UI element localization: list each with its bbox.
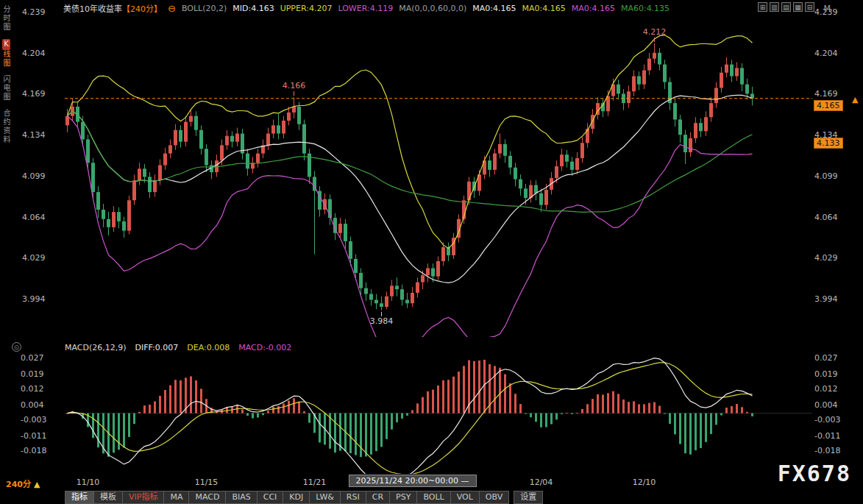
toolbar-tab[interactable]: LW& <box>310 491 341 504</box>
price-axis-label-left: 3.994 <box>22 294 46 303</box>
toolbar-tab[interactable]: KDJ <box>283 491 310 504</box>
price-axis-label-left: 4.204 <box>22 48 46 57</box>
ma-value: MA0:4.165 <box>572 4 615 13</box>
toolbar-tab[interactable]: 指标 <box>65 491 94 504</box>
toolbar-tab[interactable]: BOLL <box>417 491 450 504</box>
toolbar-tab[interactable]: RSI <box>341 491 366 504</box>
macd-axis-label-right: 0.012 <box>814 384 838 394</box>
toolbar-tab[interactable]: CCI <box>258 491 284 504</box>
macd-axis-label-right: 0.027 <box>814 353 838 363</box>
price-axis-label-left: 4.064 <box>22 212 46 221</box>
macd-axis-label-right: -0.011 <box>814 431 840 441</box>
boll-lower-value: LOWER:4.119 <box>338 4 393 13</box>
ma-params-label: MA(0,0,0,60,0,0) <box>399 4 466 13</box>
macd-axis-label-left: 0.027 <box>21 353 44 363</box>
watermark: FX678 <box>778 461 851 486</box>
macd-axis-label-right: -0.003 <box>814 415 840 425</box>
price-annotation: 4.166 <box>283 81 306 90</box>
boll-mid-value: MID:4.163 <box>232 4 274 13</box>
toolbar-tab[interactable]: CR <box>366 491 390 504</box>
x-axis-label: 12/04 <box>530 478 553 487</box>
current-period-indicator: 240分▲ <box>6 478 40 489</box>
macd-axis-label-left: -0.011 <box>21 431 46 441</box>
price-axis-label-left: 4.099 <box>22 171 46 180</box>
chart-overlay-layer: 4.2394.2394.2044.2044.1694.1694.1344.134… <box>0 0 863 504</box>
sidebar-item-tab[interactable]: 分时图 <box>1 5 12 32</box>
macd-axis-label-right: 0.004 <box>814 400 838 410</box>
price-axis-label-right: 4.029 <box>814 253 838 263</box>
macd-axis-label-left: 0.019 <box>21 369 44 379</box>
price-axis-label-left: 4.029 <box>22 253 46 263</box>
macd-axis-label-right: 0.019 <box>814 369 838 379</box>
toolbar-tab[interactable]: BIAS <box>226 491 257 504</box>
sidebar-item-tab[interactable]: 合约资料 <box>1 109 12 144</box>
left-sidebar: 分时图K线图闪电图合约资料 <box>0 1 13 148</box>
price-axis-label-left: 4.239 <box>22 7 46 17</box>
price-axis-label-right: 4.169 <box>814 89 838 99</box>
x-axis-label: 12/10 <box>633 478 656 487</box>
secondary-price-tag: 4.133 <box>814 138 843 149</box>
macd-params-label: MACD(26,12,9) <box>65 343 127 352</box>
toolbar-tab[interactable]: MA <box>164 491 189 504</box>
sidebar-item-kline-active[interactable]: K线图 <box>1 39 12 68</box>
macd-diff-value: DIFF:0.007 <box>135 343 179 352</box>
chart-title: 美债10年收益率 <box>63 2 122 14</box>
x-axis-label: 11/15 <box>195 478 219 487</box>
zoom-out-icon[interactable]: ⊖ <box>168 3 176 14</box>
sidebar-item-tab[interactable]: 闪电图 <box>1 75 12 102</box>
period-up-arrow-icon: ▲ <box>34 480 40 489</box>
macd-dea-value: DEA:0.008 <box>187 343 230 352</box>
price-annotation: 3.984 <box>370 316 394 326</box>
toolbar-tab[interactable]: MACD <box>189 491 226 504</box>
period-tag: 【240分】 <box>122 2 162 14</box>
line-chart-icon[interactable]: ▤ <box>781 2 791 12</box>
macd-axis-label-left: 0.012 <box>21 384 44 394</box>
candlestick-panel-icon[interactable]: ▦ <box>793 2 803 12</box>
price-axis-label-left: 4.169 <box>22 89 46 99</box>
boll-params-label: BOLL(20,2) <box>182 4 227 13</box>
bar-chart-icon[interactable]: ▥ <box>770 2 779 12</box>
macd-axis-label-right: -0.018 <box>814 446 840 455</box>
k-badge: K <box>2 39 10 50</box>
collapse-panel-icon[interactable]: ⊟ <box>805 2 814 12</box>
add-panel-icon[interactable]: ⊞ <box>758 2 767 12</box>
price-marker-arrow[interactable]: ▲ <box>852 95 858 104</box>
ma-values: MA0:4.165MA0:4.165MA0:4.165MA60:4.135 <box>472 4 670 13</box>
ma-value: MA60:4.135 <box>621 4 670 13</box>
macd-axis-label-left: -0.018 <box>21 446 46 455</box>
toolbar-tab[interactable]: VOL <box>451 491 480 504</box>
price-axis-label-left: 4.134 <box>22 130 46 140</box>
ma-value: MA0:4.165 <box>522 4 565 13</box>
toolbar-tab[interactable]: 模板 <box>94 491 123 504</box>
macd-header: MACD(26,12,9) DIFF:0.007 DEA:0.008 MACD:… <box>65 343 291 352</box>
window-controls: ⊞▥▤▦⊟ <box>758 2 814 12</box>
macd-macd-value: MACD:-0.002 <box>238 343 291 352</box>
x-axis-label: 11/10 <box>77 478 100 487</box>
price-axis-label-right: 4.204 <box>814 48 838 57</box>
indicator-toolbar: 指标模板VIP指标MAMACDBIASCCIKDJLW&RSICRPSYBOLL… <box>65 491 543 504</box>
x-axis-label: 11/21 <box>303 478 327 487</box>
current-price-tag: 4.165 <box>814 100 843 111</box>
ma-value: MA0:4.165 <box>472 4 516 13</box>
toolbar-tab[interactable]: OBV <box>480 491 509 504</box>
price-axis-label-right: 4.064 <box>814 212 838 221</box>
header-truncated-text: M <box>824 4 831 13</box>
period-text[interactable]: 240分 <box>6 480 31 489</box>
crosshair-date-box: 2025/11/24 20:00~00:00 — <box>348 475 476 487</box>
price-axis-label-right: 4.099 <box>814 171 838 180</box>
macd-axis-label-left: 0.004 <box>21 400 44 410</box>
boll-upper-value: UPPER:4.207 <box>280 4 333 13</box>
price-axis-label-right: 3.994 <box>814 294 838 303</box>
macd-axis-label-left: -0.003 <box>21 415 46 425</box>
toolbar-tab[interactable]: VIP指标 <box>123 491 164 504</box>
toolbar-tab[interactable]: 设置 <box>514 491 543 504</box>
toolbar-tab[interactable]: PSY <box>390 491 417 504</box>
indicator-settings-icon[interactable]: ⊙ <box>12 342 21 352</box>
chart-header: 美债10年收益率 【240分】 ⊖ BOLL(20,2) MID:4.163 U… <box>63 2 670 14</box>
price-annotation: 4.212 <box>643 27 667 37</box>
